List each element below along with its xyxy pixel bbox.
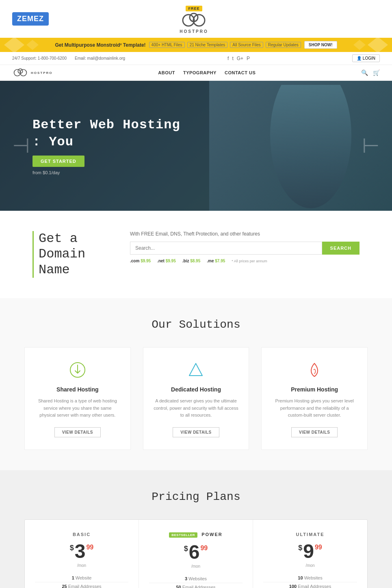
domain-net: .net $9.95 bbox=[157, 259, 176, 263]
solutions-section: Our Solutions Shared Hosting Shared Host… bbox=[0, 298, 392, 470]
svg-marker-7 bbox=[189, 363, 202, 376]
promo-tag-html: 400+ HTML Files bbox=[149, 42, 185, 48]
premium-hosting-icon bbox=[304, 360, 325, 380]
pricing-ultimate: ULTIMATE $ 9 99 /mon 10 Websites 100 Ema… bbox=[253, 520, 367, 588]
basic-features: 1 Website 25 Email Addresses 100 GB Stor… bbox=[35, 574, 128, 588]
domain-me: .me $7.95 bbox=[207, 259, 225, 263]
promo-tag-source: All Source Files bbox=[230, 42, 263, 48]
dedicated-hosting-view-btn[interactable]: VIEW DETAILS bbox=[173, 427, 219, 437]
premium-hosting-view-btn[interactable]: VIEW DETAILS bbox=[291, 427, 338, 437]
ultimate-feat-1: 10 Websites bbox=[263, 574, 357, 582]
basic-amount: 3 bbox=[75, 542, 86, 561]
hero-content: Better Web Hosting : You GET STARTED fro… bbox=[32, 117, 180, 175]
premium-hosting-desc: Premium Hosting gives you server level p… bbox=[272, 398, 357, 419]
basic-feat-1: 1 Website bbox=[35, 574, 128, 582]
domain-prices: .com $9.95 .net $9.95 .biz $8.95 .me $7.… bbox=[130, 259, 360, 263]
zemez-logo[interactable]: ZEMEZ bbox=[12, 12, 49, 26]
premium-hosting-title: Premium Hosting bbox=[272, 386, 357, 393]
shared-hosting-title: Shared Hosting bbox=[35, 386, 120, 393]
promo-tag-niche: 21 Niche Templates bbox=[187, 42, 228, 48]
solutions-title: Our Solutions bbox=[24, 318, 368, 331]
power-feat-2: 50 Email Addresses bbox=[149, 583, 243, 588]
deco-left bbox=[4, 38, 39, 52]
domain-search-row: SEARCH bbox=[130, 242, 360, 255]
hero-bracket-left: ⊣ bbox=[12, 134, 30, 158]
domain-title: Get a Domain Name bbox=[32, 231, 106, 278]
header-top-logos: ZEMEZ FREE HOSTPRO bbox=[0, 0, 392, 38]
power-amount: 6 bbox=[189, 543, 200, 562]
user-icon: 👤 bbox=[357, 56, 362, 61]
shared-hosting-view-btn[interactable]: VIEW DETAILS bbox=[54, 427, 101, 437]
solutions-grid: Shared Hosting Shared Hosting is a type … bbox=[24, 347, 368, 450]
basic-dollar: $ bbox=[70, 544, 74, 552]
pricing-basic: BASIC $ 3 99 /mon 1 Website 25 Email Add… bbox=[25, 520, 139, 588]
basic-price-display: $ 3 99 bbox=[35, 542, 128, 561]
dedicated-hosting-icon bbox=[186, 360, 206, 380]
ultimate-price-display: $ 9 99 bbox=[263, 542, 357, 561]
solution-premium: Premium Hosting Premium Hosting gives yo… bbox=[261, 347, 368, 450]
pricing-section: Pricing Plans BASIC $ 3 99 /mon 1 Websit… bbox=[0, 470, 392, 588]
hero-section: Better Web Hosting : You GET STARTED fro… bbox=[0, 81, 392, 211]
nav-right: 🔍 🛒 bbox=[361, 69, 380, 76]
domain-search-input[interactable] bbox=[130, 242, 322, 255]
promo-text: Get Multipurpose Monstroid² Template! bbox=[55, 42, 145, 48]
support-email: Email: mail@domainlink.org bbox=[75, 56, 125, 61]
power-features: 3 Websites 50 Email Addresses 250 GB Sto… bbox=[149, 575, 243, 588]
ultimate-dollar: $ bbox=[298, 544, 302, 552]
ultimate-cents: 99 bbox=[315, 544, 322, 551]
twitter-icon[interactable]: t bbox=[232, 56, 233, 61]
hostpro-logo-center: FREE HOSTPRO bbox=[180, 4, 208, 34]
domain-price-note: * All prices per annum bbox=[232, 259, 267, 263]
shared-hosting-desc: Shared Hosting is a type of web hosting … bbox=[35, 398, 120, 419]
hero-from-text: from $0.1/day bbox=[32, 170, 180, 175]
svg-point-1 bbox=[193, 15, 205, 26]
domain-com: .com $9.95 bbox=[130, 259, 151, 263]
login-button[interactable]: 👤 LOGIN bbox=[352, 54, 380, 62]
promo-bar: Get Multipurpose Monstroid² Template! 40… bbox=[0, 38, 392, 52]
facebook-icon[interactable]: f bbox=[227, 56, 229, 61]
domain-biz: .biz $8.95 bbox=[182, 259, 200, 263]
deco-right bbox=[353, 38, 388, 52]
free-badge: FREE bbox=[186, 6, 202, 11]
promo-tags: 400+ HTML Files 21 Niche Templates All S… bbox=[149, 42, 301, 48]
pricing-title: Pricing Plans bbox=[24, 491, 368, 503]
svg-point-0 bbox=[183, 15, 194, 26]
svg-point-4 bbox=[20, 69, 26, 76]
shared-hosting-icon bbox=[67, 360, 88, 380]
support-phone: 24/7 Support: 1-800-700-6200 bbox=[12, 56, 67, 61]
nav-hostpro-text: HOSTPRO bbox=[31, 71, 53, 75]
shop-now-button[interactable]: SHOP NOW! bbox=[304, 41, 337, 49]
power-price-display: $ 6 99 bbox=[149, 543, 243, 562]
nav-logo: HOSTPRO bbox=[12, 68, 53, 77]
get-started-button[interactable]: GET STARTED bbox=[32, 156, 84, 167]
pinterest-icon[interactable]: P bbox=[247, 56, 250, 61]
power-feat-1: 3 Websites bbox=[149, 575, 243, 583]
solution-dedicated: Dedicated Hosting A dedicated server giv… bbox=[143, 347, 249, 450]
main-navigation: HOSTPRO ABOUT TYPOGRAPHY CONTACT US 🔍 🛒 bbox=[0, 65, 392, 81]
hostpro-text: HOSTPRO bbox=[180, 29, 208, 34]
nav-hostpro-icon bbox=[12, 68, 28, 77]
ultimate-plan-name: ULTIMATE bbox=[263, 532, 357, 537]
basic-plan-name: BASIC bbox=[35, 532, 128, 537]
nav-typography[interactable]: TYPOGRAPHY bbox=[183, 70, 217, 75]
social-links: f t G+ P bbox=[227, 56, 250, 61]
domain-right: With FREE Email, DNS, Theft Protection, … bbox=[130, 231, 360, 263]
hostpro-logo-icon bbox=[180, 13, 208, 28]
svg-point-3 bbox=[14, 69, 21, 76]
power-period: /mon bbox=[149, 564, 243, 569]
bestseller-badge: BESTSELLER bbox=[169, 532, 197, 538]
domain-search-button[interactable]: SEARCH bbox=[322, 242, 360, 255]
basic-period: /mon bbox=[35, 563, 128, 568]
cart-icon[interactable]: 🛒 bbox=[373, 69, 380, 76]
nav-about[interactable]: ABOUT bbox=[158, 70, 175, 75]
domain-section: Get a Domain Name With FREE Email, DNS, … bbox=[0, 211, 392, 298]
search-icon[interactable]: 🔍 bbox=[361, 69, 368, 76]
utility-bar: 24/7 Support: 1-800-700-6200 Email: mail… bbox=[0, 52, 392, 65]
ultimate-feat-2: 100 Email Addresses bbox=[263, 582, 357, 588]
hero-headline: Better Web Hosting : You bbox=[32, 117, 180, 150]
hero-cta-row: GET STARTED bbox=[32, 156, 180, 167]
basic-feat-2: 25 Email Addresses bbox=[35, 582, 128, 588]
dedicated-hosting-desc: A dedicated server gives you the ultimat… bbox=[154, 398, 239, 419]
google-plus-icon[interactable]: G+ bbox=[237, 56, 243, 61]
nav-contact[interactable]: CONTACT US bbox=[225, 70, 256, 75]
